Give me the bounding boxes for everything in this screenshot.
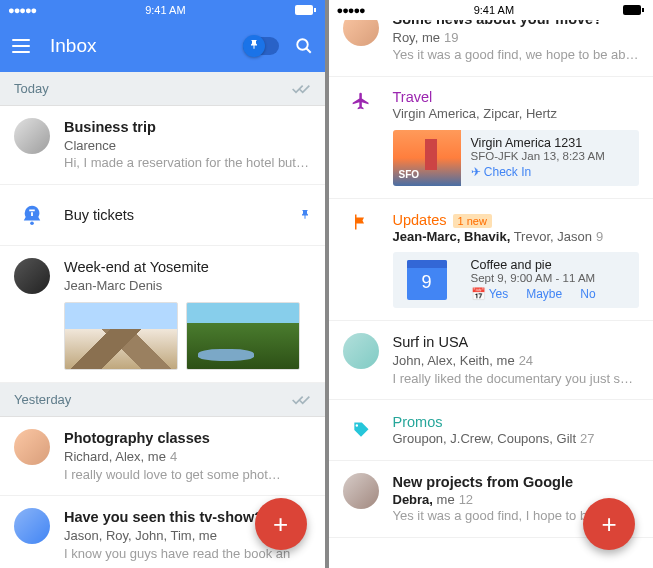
email-item[interactable]: Photography classes Richard, Alex, me4 I…: [0, 417, 325, 496]
pin-icon[interactable]: [299, 209, 311, 221]
bundle-title: Updates: [393, 212, 447, 228]
section-label: Today: [14, 81, 49, 96]
rsvp-actions: 📅 Yes Maybe No: [471, 287, 630, 301]
email-list: Business trip Clarence Hi, I made a rese…: [0, 106, 325, 383]
email-title: Week-end at Yosemite: [64, 258, 311, 277]
bundle-senders: Groupon, J.Crew, Coupons, Gilt27: [393, 430, 640, 448]
new-badge: 1 new: [453, 214, 492, 228]
phone-screen-left: ●●●●● 9:41 AM Inbox Today Business trip …: [0, 0, 325, 568]
card-image: SFO: [393, 130, 461, 186]
email-preview: I really liked the documentary you just …: [393, 370, 640, 388]
email-sender: Jean-Marc Denis: [64, 277, 311, 295]
email-title: Photography classes: [64, 429, 311, 448]
calendar-tile-icon: 9: [407, 260, 447, 300]
reminder-icon: [14, 197, 50, 233]
email-preview: Hi, I made a reservation for the hotel b…: [64, 154, 311, 172]
email-sender: Richard, Alex, me4: [64, 448, 311, 466]
email-preview: I really would love to get some phot…: [64, 466, 311, 484]
card-sub: SFO-JFK Jan 13, 8:23 AM: [471, 150, 630, 162]
battery-icon: [623, 5, 645, 15]
section-header-yesterday: Yesterday: [0, 383, 325, 417]
svg-point-2: [297, 39, 308, 50]
attachment-thumbnails: [64, 302, 311, 370]
page-title: Inbox: [50, 35, 243, 57]
status-time: 9:41 AM: [145, 4, 185, 16]
bundle-senders: Jean-Marc, Bhavik, Trevor, Jason9: [393, 229, 640, 244]
bundle-title: Promos: [393, 414, 640, 430]
sweep-done-icon[interactable]: [291, 393, 311, 407]
avatar[interactable]: [343, 333, 379, 369]
email-sender: Clarence: [64, 137, 311, 155]
signal-dots-icon: ●●●●●: [8, 4, 36, 16]
battery-icon: [295, 5, 317, 15]
tag-icon: [343, 412, 379, 448]
status-time: 9:41 AM: [474, 4, 514, 16]
email-item[interactable]: Some news about your move? Roy, me19 Yes…: [329, 20, 654, 77]
email-list: Some news about your move? Roy, me19 Yes…: [329, 20, 654, 538]
bundle-travel[interactable]: Travel Virgin America, Zipcar, Hertz SFO…: [329, 77, 654, 200]
email-title: Business trip: [64, 118, 311, 137]
compose-fab[interactable]: +: [583, 498, 635, 550]
card-sub: Sept 9, 9:00 AM - 11 AM: [471, 272, 630, 284]
svg-line-3: [306, 48, 311, 53]
email-sender: Roy, me19: [393, 29, 640, 47]
plane-icon: [343, 89, 379, 125]
card-title: Virgin America 1231: [471, 136, 630, 150]
status-bar: ●●●●● 9:41 AM: [329, 0, 654, 20]
email-title: Some news about your move?: [393, 20, 640, 29]
email-sender: John, Alex, Keith, me24: [393, 352, 640, 370]
avatar[interactable]: [14, 429, 50, 465]
bundle-promos[interactable]: Promos Groupon, J.Crew, Coupons, Gilt27: [329, 400, 654, 461]
email-item[interactable]: Week-end at Yosemite Jean-Marc Denis: [0, 246, 325, 383]
status-bar: ●●●●● 9:41 AM: [0, 0, 325, 20]
email-preview: Yes it was a good find, we hope to be ab…: [393, 46, 640, 64]
attachment-thumbnail[interactable]: [186, 302, 300, 370]
svg-rect-0: [295, 5, 313, 15]
avatar[interactable]: [14, 118, 50, 154]
email-title: Surf in USA: [393, 333, 640, 352]
attachment-thumbnail[interactable]: [64, 302, 178, 370]
flag-icon: [343, 211, 379, 247]
email-item[interactable]: Surf in USA John, Alex, Keith, me24 I re…: [329, 321, 654, 400]
bundle-senders: Virgin America, Zipcar, Hertz: [393, 105, 640, 123]
card-title: Coffee and pie: [471, 258, 630, 272]
phone-screen-right: ●●●●● 9:41 AM Some news about your move?…: [329, 0, 654, 568]
calendar-card[interactable]: 9 Coffee and pie Sept 9, 9:00 AM - 11 AM…: [393, 252, 640, 308]
svg-point-4: [30, 221, 34, 225]
search-icon[interactable]: [295, 37, 313, 55]
bundle-updates[interactable]: Updates1 new Jean-Marc, Bhavik, Trevor, …: [329, 199, 654, 321]
flight-card[interactable]: SFO Virgin America 1231 SFO-JFK Jan 13, …: [393, 130, 640, 186]
section-header-today: Today: [0, 72, 325, 106]
avatar[interactable]: [14, 508, 50, 544]
svg-rect-5: [623, 5, 641, 15]
reminder-title: Buy tickets: [64, 206, 291, 225]
avatar[interactable]: [343, 20, 379, 46]
check-in-link[interactable]: ✈ Check In: [471, 165, 532, 179]
avatar[interactable]: [14, 258, 50, 294]
reminder-item[interactable]: Buy tickets: [0, 185, 325, 246]
pin-icon: [248, 39, 260, 51]
compose-fab[interactable]: +: [255, 498, 307, 550]
signal-dots-icon: ●●●●●: [337, 4, 365, 16]
svg-rect-1: [314, 8, 316, 12]
rsvp-yes[interactable]: 📅 Yes: [471, 287, 509, 301]
rsvp-no[interactable]: No: [580, 287, 595, 301]
app-header: Inbox: [0, 20, 325, 72]
email-item[interactable]: Business trip Clarence Hi, I made a rese…: [0, 106, 325, 185]
avatar[interactable]: [343, 473, 379, 509]
section-label: Yesterday: [14, 392, 71, 407]
rsvp-maybe[interactable]: Maybe: [526, 287, 562, 301]
svg-rect-6: [642, 8, 644, 12]
sweep-done-icon[interactable]: [291, 82, 311, 96]
menu-icon[interactable]: [12, 39, 30, 53]
pin-toggle[interactable]: [243, 37, 279, 55]
bundle-title: Travel: [393, 89, 640, 105]
email-title: New projects from Google: [393, 473, 640, 492]
